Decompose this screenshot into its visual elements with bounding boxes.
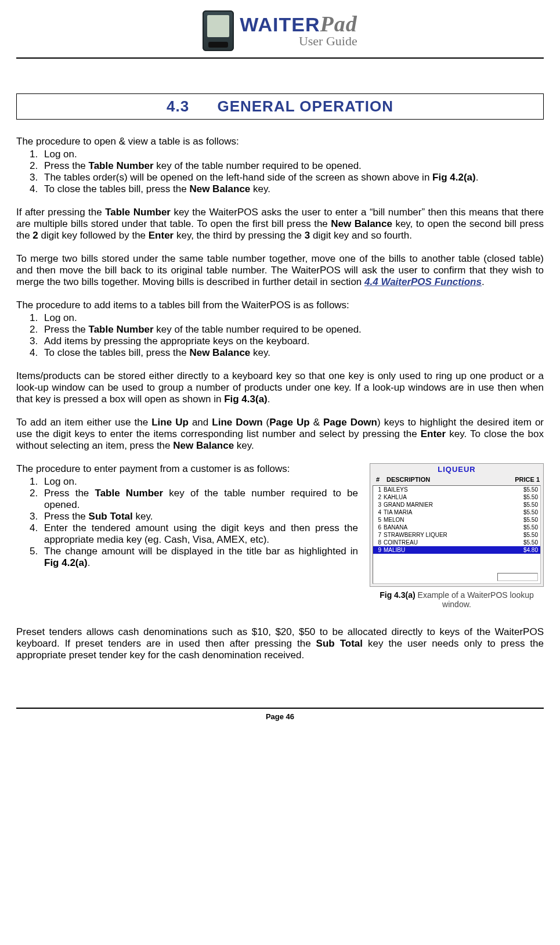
section-number: 4.3	[167, 98, 189, 115]
list-item: Press the Table Number key of the table …	[41, 488, 358, 511]
procedure-payment-block: The procedure to enter payment from a cu…	[16, 463, 358, 569]
lookup-row: 7STRAWBERRY LIQUER$5.50	[373, 531, 540, 539]
list-item: To close the tables bill, press the New …	[41, 183, 544, 195]
brand-main: WAITER	[240, 13, 320, 35]
list-item: To close the tables bill, press the New …	[41, 347, 544, 359]
section-name: GENERAL OPERATION	[217, 98, 393, 115]
procedure-open-list: Log on. Press the Table Number key of th…	[16, 149, 544, 195]
lookup-figure: LIQUEUR # DESCRIPTION PRICE 1 1BAILEYS$5…	[370, 463, 544, 609]
section-title: 4.3 GENERAL OPERATION	[16, 93, 544, 120]
header-rule	[16, 57, 544, 59]
lookup-row: 8COINTREAU$5.50	[373, 539, 540, 546]
lookup-list: 1BAILEYS$5.502KAHLUA$5.503GRAND MARNIER$…	[373, 485, 541, 584]
lookup-row: 6BANANA$5.50	[373, 524, 540, 531]
lookup-row: 9MALIBU$4.80	[373, 546, 540, 554]
list-item: The change amount will be displayed in t…	[41, 546, 358, 569]
procedure-add-block: The procedure to add items to a tables b…	[16, 300, 544, 359]
brand-subtitle: User Guide	[240, 34, 357, 49]
list-item: Log on.	[41, 476, 358, 488]
page-header: WAITERPad User Guide	[16, 10, 544, 54]
lookup-row: 4TIA MARIA$5.50	[373, 508, 540, 516]
procedure-open-intro: The procedure to open & view a table is …	[16, 136, 544, 147]
list-item: Log on.	[41, 149, 544, 160]
merge-para: To merge two bills stored under the same…	[16, 253, 544, 288]
lookup-input	[497, 573, 538, 581]
list-item: The tables order(s) will be opened on th…	[41, 172, 544, 183]
procedure-payment-intro: The procedure to enter payment from a cu…	[16, 463, 358, 475]
list-item: Press the Table Number key of the table …	[41, 324, 544, 336]
procedure-add-intro: The procedure to add items to a tables b…	[16, 300, 544, 311]
lookup-col-num: #	[376, 476, 386, 483]
list-item: Add items by pressing the appropriate ke…	[41, 336, 544, 347]
lookup-col-price: PRICE 1	[505, 476, 540, 483]
page-footer: Page 46	[16, 712, 544, 727]
footer-rule	[16, 708, 544, 709]
lookup-col-desc: DESCRIPTION	[386, 476, 505, 483]
lookup-caption: Fig 4.3(a) Example of a WaiterPOS lookup…	[370, 590, 544, 609]
lookup-row: 3GRAND MARNIER$5.50	[373, 501, 540, 508]
lookup-row: 1BAILEYS$5.50	[373, 486, 540, 493]
list-item: Press the Table Number key of the table …	[41, 160, 544, 172]
list-item: Log on.	[41, 312, 544, 324]
procedure-payment-list: Log on. Press the Table Number key of th…	[16, 476, 358, 569]
pda-device-icon	[203, 10, 234, 51]
list-item: Press the Sub Total key.	[41, 511, 358, 522]
lookup-header-row: # DESCRIPTION PRICE 1	[370, 475, 543, 485]
lookup-row: 2KAHLUA$5.50	[373, 493, 540, 501]
brand-name: WAITERPad	[240, 13, 357, 35]
lookup-row: 5MELON$5.50	[373, 516, 540, 524]
lookup-title: LIQUEUR	[370, 464, 543, 475]
lookup-window: LIQUEUR # DESCRIPTION PRICE 1 1BAILEYS$5…	[370, 463, 544, 587]
bill-number-para: If after pressing the Table Number key t…	[16, 207, 544, 241]
brand-suffix: Pad	[320, 12, 357, 36]
list-item: Enter the tendered amount using the digi…	[41, 522, 358, 546]
items-para: Items/products can be stored either dire…	[16, 370, 544, 405]
link-waiterpos-functions[interactable]: 4.4 WaiterPOS Functions	[364, 276, 482, 287]
lineup-para: To add an item either use the Line Up an…	[16, 417, 544, 452]
procedure-add-list: Log on. Press the Table Number key of th…	[16, 312, 544, 359]
preset-para: Preset tenders allows cash denominations…	[16, 626, 544, 661]
procedure-open-block: The procedure to open & view a table is …	[16, 136, 544, 195]
